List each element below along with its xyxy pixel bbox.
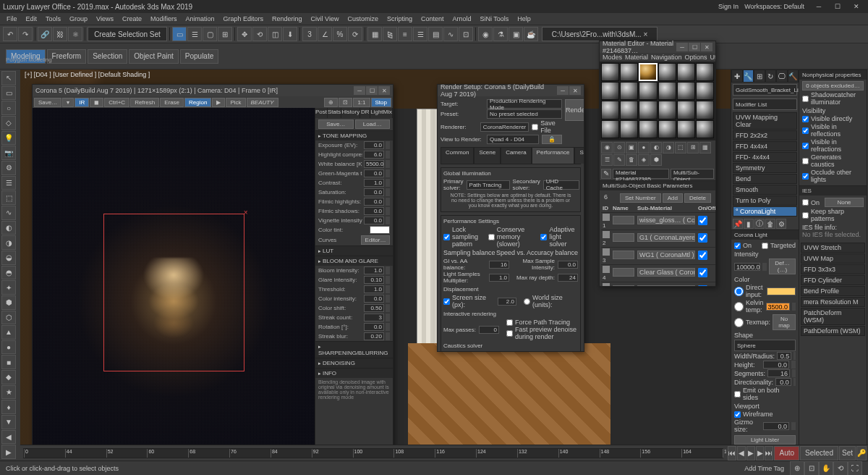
bloomrows-1[interactable]: 0.10 (364, 276, 384, 284)
vfb-render[interactable]: ▶ (212, 98, 225, 107)
vfbtab-stats[interactable]: Stats (328, 108, 341, 118)
tonerows-7[interactable]: 0.0 (364, 207, 384, 215)
cl-texmap-rad[interactable] (734, 318, 744, 327)
leftbtn-23[interactable]: ▼ (1, 415, 16, 429)
stack-0[interactable]: UVW Mapping Clear (733, 112, 797, 130)
me-matname[interactable]: Material #2146837385 (613, 169, 669, 179)
leftbtn-0[interactable]: ↖ (1, 71, 16, 85)
scene-explorer-button[interactable]: ▤ (428, 27, 443, 41)
leftbtn-18[interactable]: ● (1, 340, 16, 355)
leftbtn-11[interactable]: ◑ (1, 235, 16, 250)
move-button[interactable]: ✥ (237, 27, 252, 41)
metb-2[interactable]: ▣ (626, 142, 637, 154)
leftbtn-2[interactable]: ○ (1, 101, 16, 115)
tonerows-8[interactable]: 0.0 (364, 217, 384, 224)
metb-12[interactable]: ◈ (638, 154, 650, 166)
tonerows-3[interactable]: 0.0 (364, 169, 384, 177)
roll-corona[interactable]: Corona Light (731, 230, 799, 240)
matslot-8[interactable] (639, 82, 657, 100)
vischk-3[interactable] (802, 158, 809, 164)
rs-giaa[interactable]: 16 (489, 261, 509, 269)
chk-fast[interactable] (506, 330, 513, 337)
cl-wf[interactable] (734, 411, 741, 418)
rs-renderer[interactable]: CoronaRenderer (480, 122, 529, 132)
tab-motion[interactable]: ↻ (765, 70, 777, 83)
vfb-render-area[interactable] (33, 108, 315, 460)
np-shadow[interactable] (802, 96, 809, 102)
roll-ies[interactable]: IES (799, 186, 867, 196)
chk-screen[interactable] (443, 298, 450, 305)
matslot-19[interactable] (620, 120, 638, 138)
metb-0[interactable]: ◉ (601, 142, 613, 154)
metb-11[interactable]: 🗑 (626, 154, 637, 166)
anglesnap-button[interactable]: ∠ (318, 27, 332, 41)
cl-on[interactable] (734, 243, 741, 249)
matslot-5[interactable] (696, 63, 714, 81)
scale-button[interactable]: ◫ (268, 27, 282, 41)
matslot-13[interactable] (620, 101, 638, 119)
sec-lut[interactable]: LUT (315, 246, 393, 256)
pctsnap-button[interactable]: % (333, 27, 347, 41)
render-button[interactable]: ☕ (524, 27, 538, 41)
metb-3[interactable]: ● (638, 142, 650, 154)
rs-close[interactable]: ✕ (569, 86, 581, 95)
matslot-1[interactable] (620, 63, 638, 81)
matslot-7[interactable] (620, 82, 638, 100)
cl-dir[interactable]: 0.0 (775, 378, 791, 386)
cl-wr[interactable]: 0.5 (777, 352, 791, 360)
metb-8[interactable]: ▦ (699, 142, 711, 154)
matslot-17[interactable] (696, 101, 714, 119)
stack-4[interactable]: Symmetry (733, 163, 797, 173)
ribtab-selection[interactable]: Selection (88, 49, 127, 64)
me-delete[interactable]: Delete (684, 193, 711, 203)
tonerows-5[interactable]: 0.0 (364, 188, 384, 196)
selectregion-button[interactable]: ▢ (203, 27, 217, 41)
memenu-modes[interactable]: Modes (603, 54, 622, 61)
vischk-2[interactable] (802, 143, 809, 149)
tonerows-1[interactable]: 6.0 (364, 151, 384, 159)
align-button[interactable]: ≡ (398, 27, 412, 41)
leftbtn-6[interactable]: ⚙ (1, 161, 16, 175)
menu-create[interactable]: Create (119, 14, 145, 23)
metb-6[interactable]: ⬚ (675, 142, 686, 154)
matslot-23[interactable] (696, 120, 714, 138)
curve-editor-button[interactable]: ∿ (443, 27, 458, 41)
bloomrows-2[interactable]: 1.0 (364, 285, 384, 293)
rs-lsm[interactable]: 1.0 (489, 274, 509, 282)
menu-sinitools[interactable]: SiNi Tools (476, 14, 512, 23)
show-end[interactable]: ▮ (744, 219, 754, 229)
spinnersnap-button[interactable]: ⟳ (348, 27, 362, 41)
stackr-3[interactable]: FFD Cylinder (801, 275, 865, 285)
vfb-refresh[interactable]: Refresh (130, 98, 159, 107)
close-button[interactable]: ✕ (848, 1, 865, 12)
vfb-ctrlc[interactable]: Ctrl+C (104, 98, 129, 107)
cl-emit[interactable] (734, 391, 741, 398)
timeline[interactable]: 0445260687684921001081161241321401481561… (20, 445, 726, 461)
rstab-scene[interactable]: Scene (474, 147, 501, 164)
metb-4[interactable]: ◐ (650, 142, 662, 154)
rad-world[interactable] (524, 298, 530, 305)
memenu-navigation[interactable]: Navigation (651, 54, 682, 61)
rfw-button[interactable]: ▣ (509, 27, 523, 41)
matslot-12[interactable] (601, 101, 619, 119)
tab-display[interactable]: 🖵 (776, 70, 788, 83)
vfb-ir[interactable]: IR (75, 98, 89, 107)
chk-only[interactable] (480, 351, 486, 352)
tonerows-2[interactable]: 5500.0 (364, 160, 384, 168)
nav-zoom[interactable]: ⊕ (790, 461, 804, 476)
mirror-button[interactable]: ⧎ (383, 27, 397, 41)
vfbtab-lightmix[interactable]: LightMix (370, 108, 393, 118)
chk-lock[interactable] (443, 234, 450, 240)
leftbtn-16[interactable]: ⬡ (1, 311, 16, 325)
max-button[interactable]: ☐ (829, 1, 846, 12)
pin-stack[interactable]: 📌 (733, 219, 743, 229)
nav-orbit[interactable]: ⟲ (833, 461, 848, 476)
chk-adapt[interactable] (540, 234, 547, 240)
memenu-utilities[interactable]: Utilities (710, 54, 715, 61)
leftbtn-21[interactable]: ★ (1, 385, 16, 400)
rs-maxpass[interactable]: 0 (479, 326, 499, 334)
place-button[interactable]: ⬇ (283, 27, 297, 41)
rs-maxray[interactable]: 24 (558, 274, 578, 282)
cl-h[interactable]: 0.0 (763, 361, 789, 369)
menu-content[interactable]: Content (417, 14, 448, 23)
